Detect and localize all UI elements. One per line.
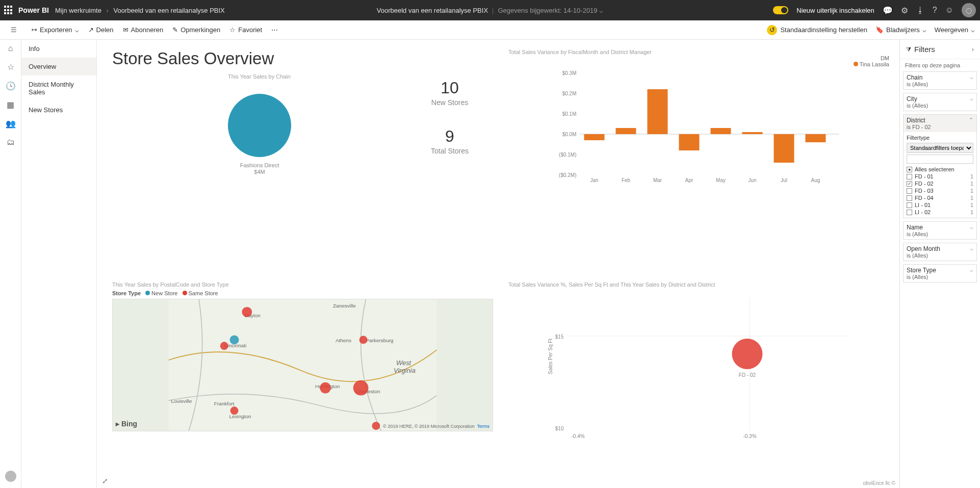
svg-point-39	[242, 306, 252, 317]
share-button[interactable]: ↗ Delen	[88, 26, 114, 34]
svg-text:Jul: Jul	[781, 177, 787, 183]
help-icon[interactable]: ?	[933, 6, 937, 15]
pie-chart-title: This Year Sales by Chain	[112, 73, 406, 80]
scatter-chart[interactable]: Sales Per Sq Ft $15 $10 FD - 02 -0.4% -0…	[508, 288, 889, 441]
favorite-button[interactable]: ☆ Favoriet	[229, 26, 262, 34]
legend-dot-icon	[854, 62, 858, 66]
map-title: This Year Sales by PostalCode and Store …	[112, 281, 493, 288]
filter-card-open-month[interactable]: Open Month is (Alles) ⌵	[903, 243, 977, 261]
scatter-title: Total Sales Variance %, Sales Per Sq Ft …	[508, 281, 889, 288]
breadcrumb-workspace[interactable]: Mijn werkruimte	[55, 7, 101, 14]
svg-text:($0.1M): ($0.1M)	[559, 152, 576, 158]
filters-header[interactable]: ⧩ Filters ›	[900, 40, 980, 59]
svg-text:$0.2M: $0.2M	[562, 91, 577, 96]
gear-icon[interactable]: ⚙	[901, 6, 908, 15]
feedback-icon[interactable]: ☺	[945, 6, 953, 15]
svg-text:$0.3M: $0.3M	[562, 70, 577, 76]
favorites-icon[interactable]: ☆	[7, 62, 14, 72]
chat-icon[interactable]: 💬	[883, 6, 893, 15]
filter-district-body: Filtertype Standaardfilters toepassen Al…	[903, 132, 977, 218]
tab-overview[interactable]: Overview	[21, 58, 96, 75]
svg-text:Frankfort: Frankfort	[214, 401, 235, 406]
new-look-toggle[interactable]	[773, 6, 788, 14]
report-name-center: Voorbeeld van een retailanalyse PBIX	[377, 7, 488, 14]
bar-chart[interactable]: $0.3M $0.2M $0.1M $0.0M ($0.1M) ($0.2M) …	[508, 67, 889, 185]
svg-point-0	[228, 94, 291, 157]
map-terms-link[interactable]: Terms	[477, 424, 490, 429]
reset-default-button[interactable]: ↺Standaardinstelling herstellen	[767, 25, 867, 35]
user-avatar[interactable]: ◌	[962, 3, 976, 17]
main-area: ⌂ ☆ 🕓 ▦ 👥 🗂 Info Overview District Month…	[0, 40, 980, 488]
svg-text:Feb: Feb	[622, 177, 631, 183]
more-button[interactable]: ⋯	[271, 26, 278, 34]
chevron-down-icon: ⌵	[970, 245, 973, 252]
view-button[interactable]: Weergeven ⌵	[935, 26, 975, 34]
chevron-down-icon: ⌵	[970, 267, 973, 273]
filter-search-input[interactable]	[907, 155, 973, 164]
svg-text:($0.2M): ($0.2M)	[559, 172, 576, 178]
command-bar: ☰ ↦ Exporteren ⌵ ↗ Delen ✉ Abonneren ✎ O…	[0, 20, 980, 40]
svg-rect-11	[616, 128, 636, 134]
svg-text:May: May	[716, 177, 726, 183]
filter-card-district[interactable]: District is FD - 02 ⌃	[903, 114, 977, 132]
map-visual[interactable]: Dayton Cincinnati Frankfort Lexington Za…	[112, 299, 493, 431]
tab-new-stores[interactable]: New Stores	[21, 101, 96, 119]
hamburger-icon[interactable]: ☰	[5, 26, 22, 34]
tab-info[interactable]: Info	[21, 40, 96, 58]
home-icon[interactable]: ⌂	[8, 44, 13, 53]
workspace-icon[interactable]: 🗂	[7, 138, 15, 147]
breadcrumb: Mijn werkruimte › Voorbeeld van een reta…	[55, 7, 225, 14]
workspace-avatar[interactable]	[5, 471, 16, 482]
filtertype-label: Filtertype	[907, 135, 930, 141]
shared-icon[interactable]: 👥	[6, 119, 16, 129]
svg-text:FD - 02: FD - 02	[739, 372, 756, 378]
chevron-down-icon: ⌵	[970, 95, 973, 102]
filter-card-city[interactable]: City is (Alles) ⌵	[903, 93, 977, 111]
apps-icon[interactable]: ▦	[7, 100, 14, 110]
kpi-new-stores-label: New Stores	[406, 98, 493, 107]
checkbox-option[interactable]: FD - 041	[907, 194, 973, 201]
top-center: Voorbeeld van een retailanalyse PBIX | G…	[377, 7, 603, 14]
pie-chart[interactable]: Fashions Direct $4M	[209, 85, 311, 182]
chevron-up-icon: ⌃	[969, 117, 973, 123]
report-footer: obviEnce llc ©	[863, 480, 895, 486]
bar-chart-section: Total Sales Variance by FiscalMonth and …	[508, 49, 889, 276]
svg-point-42	[230, 406, 239, 415]
svg-point-45	[353, 380, 369, 395]
checkbox-option[interactable]: FD - 031	[907, 187, 973, 194]
tab-district-monthly[interactable]: District Monthly Sales	[21, 75, 96, 101]
page-title: Store Sales Overview	[112, 49, 493, 68]
app-launcher-icon[interactable]	[4, 6, 13, 15]
bookmarks-button[interactable]: 🔖 Bladwijzers ⌵	[875, 26, 926, 34]
checkbox-option[interactable]: LI - 011	[907, 201, 973, 209]
bing-logo: ▸ Bing	[116, 420, 137, 428]
checkbox-select-all[interactable]: Alles selecteren	[907, 166, 973, 173]
subscribe-button[interactable]: ✉ Abonneren	[123, 26, 164, 34]
data-updated[interactable]: Gegevens bijgewerkt: 14-10-2019 ⌵	[498, 7, 603, 14]
svg-rect-14	[711, 128, 731, 134]
breadcrumb-report[interactable]: Voorbeeld van een retailanalyse PBIX	[114, 7, 225, 14]
recent-icon[interactable]: 🕓	[6, 81, 16, 91]
export-button[interactable]: ↦ Exporteren ⌵	[32, 26, 79, 34]
filter-card-name[interactable]: Name is (Alles) ⌵	[903, 221, 977, 240]
chevron-right-icon[interactable]: ›	[972, 46, 974, 53]
svg-text:Jan: Jan	[590, 177, 598, 183]
comments-button[interactable]: ✎ Opmerkingen	[172, 26, 220, 34]
checkbox-option[interactable]: FD - 021	[907, 180, 973, 187]
svg-text:$0.0M: $0.0M	[562, 132, 577, 137]
expand-handle-icon[interactable]: ⤢	[102, 477, 108, 485]
kpi-total-stores-label: Total Stores	[406, 147, 493, 155]
svg-text:$15: $15	[555, 334, 564, 340]
filter-card-store-type[interactable]: Store Type is (Alles) ⌵	[903, 264, 977, 282]
checkbox-option[interactable]: LI - 021	[907, 209, 973, 216]
chevron-down-icon: ⌵	[970, 224, 973, 230]
checkbox-option[interactable]: FD - 011	[907, 173, 973, 180]
filtertype-select[interactable]: Standaardfilters toepassen	[907, 143, 973, 153]
bar-chart-title: Total Sales Variance by FiscalMonth and …	[508, 49, 889, 55]
svg-text:-0.3%: -0.3%	[743, 433, 756, 439]
svg-text:Lexington: Lexington	[229, 414, 251, 419]
reset-icon: ↺	[767, 25, 777, 35]
download-icon[interactable]: ⭳	[916, 6, 924, 15]
filter-card-chain[interactable]: Chain is (Alles) ⌵	[903, 71, 977, 90]
svg-text:Aug: Aug	[811, 177, 820, 183]
